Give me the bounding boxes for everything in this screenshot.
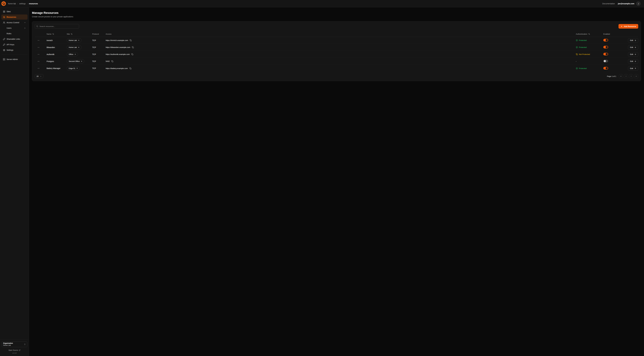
users-icon bbox=[3, 22, 5, 24]
previous-page-button[interactable] bbox=[624, 74, 628, 78]
access-cell: https://immich.example.com bbox=[106, 39, 576, 42]
external-link-icon bbox=[19, 350, 20, 351]
resource-protocol: TCP bbox=[92, 67, 106, 70]
header-authentication[interactable]: Authentication bbox=[576, 33, 603, 35]
organization-selector[interactable]: Organization Home Lab bbox=[2, 342, 27, 347]
row-menu-button[interactable] bbox=[37, 53, 40, 56]
breadcrumb-org[interactable]: home-lab bbox=[8, 2, 16, 5]
enabled-toggle[interactable] bbox=[603, 67, 608, 70]
site-link[interactable]: Office bbox=[67, 52, 78, 56]
edit-button-label: Edit bbox=[630, 39, 633, 41]
copy-icon[interactable] bbox=[131, 53, 134, 56]
authentication-cell: Not Protected bbox=[576, 53, 603, 55]
authentication-cell: Protected bbox=[576, 46, 603, 48]
sidebar-item-label: Access Control bbox=[6, 22, 19, 24]
row-menu-button[interactable] bbox=[37, 46, 40, 49]
resource-access: https://battery.example.com bbox=[106, 68, 128, 70]
sidebar-item-sites[interactable]: Sites bbox=[1, 9, 28, 14]
sidebar-item-label: API Keys bbox=[6, 44, 14, 46]
page-title: Manage Resources bbox=[32, 11, 641, 15]
site-link[interactable]: Edge 01 bbox=[67, 66, 80, 70]
sidebar-item-label: Settings bbox=[6, 49, 14, 51]
breadcrumb-section[interactable]: settings bbox=[19, 2, 26, 5]
edit-button[interactable]: Edit bbox=[628, 38, 638, 42]
sidebar-item-server-admin[interactable]: Server Admin bbox=[1, 57, 28, 62]
row-menu-button[interactable] bbox=[37, 60, 40, 63]
shield-check-icon bbox=[576, 46, 578, 48]
copy-icon[interactable] bbox=[129, 67, 132, 70]
search-input[interactable] bbox=[35, 24, 79, 28]
resource-protocol: TCP bbox=[92, 39, 106, 42]
breadcrumb-separator: › bbox=[27, 3, 28, 5]
enabled-toggle[interactable] bbox=[603, 39, 608, 42]
add-resource-button[interactable]: Add Resource bbox=[618, 24, 638, 28]
sidebar-item-settings[interactable]: Settings bbox=[1, 48, 28, 52]
server-icon bbox=[3, 58, 5, 60]
enabled-toggle[interactable] bbox=[603, 60, 608, 62]
edit-button[interactable]: Edit bbox=[628, 52, 638, 56]
header-access: Access bbox=[106, 33, 576, 35]
ellipsis-icon bbox=[38, 46, 40, 48]
auth-label: - bbox=[576, 60, 576, 62]
header-enabled: Enabled bbox=[603, 33, 622, 35]
enabled-cell bbox=[603, 67, 622, 70]
sidebar-item-roles[interactable]: Roles bbox=[1, 31, 28, 36]
open-source-link[interactable]: Open Source bbox=[2, 349, 27, 351]
site-link[interactable]: Second Office bbox=[67, 59, 84, 63]
page-size-select[interactable]: 20 bbox=[35, 74, 43, 78]
sidebar-item-shareable-links[interactable]: Shareable Links bbox=[1, 36, 28, 42]
sidebar-item-resources[interactable]: Resources bbox=[1, 14, 28, 20]
arrow-up-right-icon bbox=[78, 40, 80, 41]
header-site[interactable]: Site bbox=[67, 33, 92, 35]
documentation-link[interactable]: Documentation bbox=[602, 2, 615, 5]
sidebar-item-label: Resources bbox=[6, 16, 16, 18]
copy-icon[interactable] bbox=[111, 60, 114, 62]
row-menu-button[interactable] bbox=[37, 67, 40, 70]
header-name[interactable]: Name bbox=[46, 33, 67, 35]
sidebar-item-api-keys[interactable]: API Keys bbox=[1, 42, 28, 47]
sidebar-item-users[interactable]: Users bbox=[1, 26, 28, 30]
resource-name: Authentik bbox=[46, 53, 67, 56]
resource-name: Immich bbox=[46, 39, 67, 42]
row-actions-cell bbox=[35, 46, 46, 49]
pangolin-logo-icon[interactable] bbox=[1, 1, 6, 6]
table-row: Immich Home Lab TCP https://immich.examp… bbox=[35, 37, 638, 44]
organization-value: Home Lab bbox=[3, 344, 13, 346]
enabled-cell bbox=[603, 53, 622, 56]
sidebar-item-access-control[interactable]: Access Control bbox=[1, 20, 28, 25]
arrow-right-icon bbox=[634, 60, 636, 62]
auth-label: Not Protected bbox=[579, 53, 590, 55]
header-protocol-label: Protocol bbox=[92, 33, 99, 35]
site-link[interactable]: Home Lab bbox=[67, 38, 82, 42]
avatar: J bbox=[636, 2, 640, 6]
resources-card: Add Resource Name Site bbox=[32, 21, 641, 81]
auth-label: Protected bbox=[579, 46, 587, 48]
row-menu-button[interactable] bbox=[37, 39, 40, 42]
enabled-toggle[interactable] bbox=[603, 53, 608, 56]
edit-button[interactable]: Edit bbox=[628, 66, 638, 70]
sidebar: Sites Resources Access Control bbox=[0, 8, 29, 356]
enabled-toggle[interactable] bbox=[603, 46, 608, 48]
breadcrumb-separator: › bbox=[17, 3, 18, 5]
breadcrumb-current-page: resources bbox=[29, 2, 38, 5]
pagination: Page 1 of 1 bbox=[607, 74, 638, 78]
ellipsis-icon bbox=[38, 53, 40, 56]
edit-button[interactable]: Edit bbox=[628, 45, 638, 50]
copy-icon[interactable] bbox=[130, 39, 132, 42]
table-header-row: Name Site Protocol bbox=[35, 31, 638, 37]
waypoints-icon bbox=[3, 16, 5, 18]
arrow-right-icon bbox=[634, 68, 636, 69]
edit-cell: Edit bbox=[622, 45, 638, 50]
ellipsis-icon bbox=[38, 60, 40, 62]
authentication-cell: Protected bbox=[576, 39, 603, 41]
row-actions-cell bbox=[35, 67, 46, 70]
site-link[interactable]: Home Lab bbox=[67, 45, 82, 50]
last-page-button[interactable] bbox=[634, 74, 638, 78]
user-menu[interactable]: joe@example.com J bbox=[618, 2, 640, 6]
next-page-button[interactable] bbox=[629, 74, 633, 78]
copy-icon[interactable] bbox=[132, 46, 134, 48]
sort-icon bbox=[71, 33, 72, 35]
resource-access: https://authentik.example.com bbox=[106, 53, 130, 55]
edit-button[interactable]: Edit bbox=[628, 59, 638, 64]
first-page-button[interactable] bbox=[619, 74, 623, 78]
